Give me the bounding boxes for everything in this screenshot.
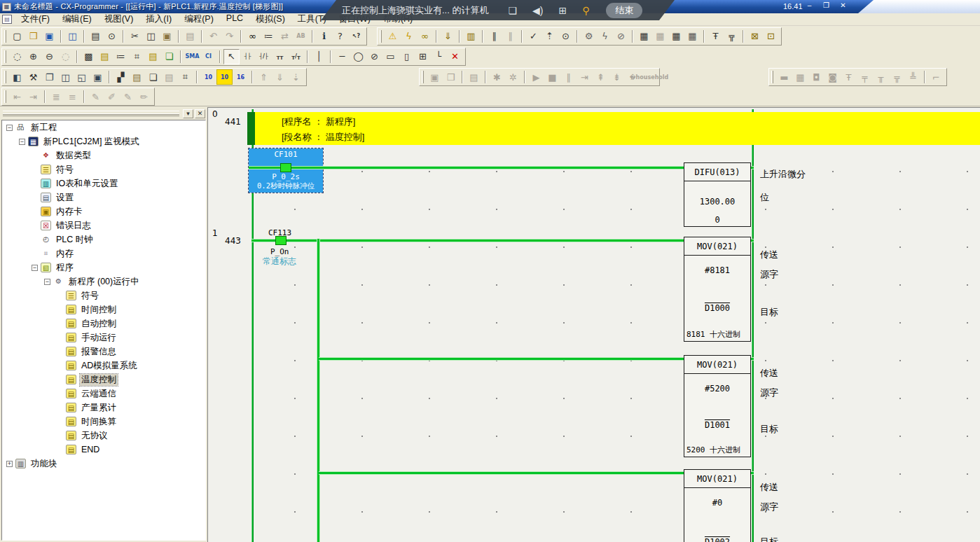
zoom-in-icon[interactable]: ⊕ xyxy=(25,49,41,64)
tree-item-io表和单元设置[interactable]: ▥IO表和单元设置 xyxy=(2,176,205,190)
contact-no-icon[interactable]: ┤├ xyxy=(240,49,256,64)
find-address-icon[interactable]: AB xyxy=(293,29,309,44)
sim-pause-icon[interactable]: ∥ xyxy=(560,69,577,85)
contact-cf101-selected[interactable]: CF101 P_0_2s 0.2秒时钟脉冲位 xyxy=(249,148,323,193)
exit-monitor-icon[interactable]: ⌐ xyxy=(928,69,944,85)
tree-item-时间控制[interactable]: ▤时间控制 xyxy=(2,303,205,317)
print-preview-icon[interactable]: ⊙ xyxy=(104,29,120,44)
transfer-program-icon[interactable]: ⇡ xyxy=(541,29,558,44)
menu-p[interactable]: 编程(P) xyxy=(178,13,220,26)
mov-instruction-box[interactable]: MOV(021) #5200 D1001 5200 十六进制 xyxy=(684,355,751,457)
revert-pen-icon[interactable]: ✐ xyxy=(104,89,120,104)
paste-icon[interactable]: ▣ xyxy=(159,29,175,44)
rung-list-icon[interactable]: ▤ xyxy=(129,69,145,85)
edit-pen-2-icon[interactable]: ✎ xyxy=(120,89,136,104)
undo-icon[interactable]: ↶ xyxy=(205,29,221,44)
io-table-transfer-icon[interactable]: ▦ xyxy=(652,29,668,44)
io-table-icon[interactable]: ▦ xyxy=(636,29,652,44)
compare-symbols-icon[interactable]: ⇣ xyxy=(288,69,304,85)
tree-item-plc-时钟[interactable]: ◴PLC 时钟 xyxy=(2,232,205,246)
tree-item-新程序-00-运行中[interactable]: −⚙新程序 (00)运行中 xyxy=(2,275,205,289)
edit-pen-icon[interactable]: ✎ xyxy=(88,89,104,104)
sim-stop-icon[interactable]: ■ xyxy=(544,69,560,85)
pause-trigger-icon[interactable]: ∥ xyxy=(502,29,518,44)
tree-item-符号[interactable]: ☰符号 xyxy=(2,162,205,176)
monitor-hex-icon[interactable]: 16 xyxy=(233,69,249,85)
close-button[interactable]: ✕ xyxy=(837,1,849,11)
toolbar-grip[interactable] xyxy=(771,71,773,83)
replace-icon[interactable]: ⇄ xyxy=(277,29,293,44)
tree-item-end[interactable]: ▤END xyxy=(2,443,205,457)
closed-coil-icon[interactable]: ⊘ xyxy=(366,49,382,64)
sim-edit-icon[interactable]: ▤ xyxy=(466,69,482,85)
online-edit-begin-icon[interactable]: ⚙ xyxy=(581,29,597,44)
tree-item-功能块[interactable]: +▥功能块 xyxy=(2,457,205,471)
collapse-icon[interactable]: − xyxy=(19,139,25,145)
pin-icon[interactable]: ⚲ xyxy=(582,5,589,16)
minimize-button[interactable]: – xyxy=(803,1,815,11)
tree-item-温度控制[interactable]: ▤温度控制 xyxy=(2,373,205,387)
tree-item-产量累计[interactable]: ▤产量累计 xyxy=(2,401,205,415)
sim-step-in-icon[interactable]: ⇞ xyxy=(593,69,609,85)
sim-run-icon[interactable]: ▶ xyxy=(528,69,544,85)
view-diagram-icon[interactable]: ❏ xyxy=(145,69,161,85)
mov-instruction-box[interactable]: MOV(021) #8181 D1000 8181 十六进制 xyxy=(684,237,751,342)
new-icon[interactable]: ▢ xyxy=(9,29,25,44)
menu-v[interactable]: 视图(V) xyxy=(98,13,140,26)
toolbar-grip[interactable] xyxy=(4,30,6,43)
window-properties-icon[interactable]: ▣ xyxy=(90,69,106,85)
tree-item-错误日志[interactable]: ☒错误日志 xyxy=(2,218,205,232)
zoom-out-icon[interactable]: ⊖ xyxy=(41,49,57,64)
grid-toggle-icon[interactable]: ▩ xyxy=(81,49,97,64)
redo-icon[interactable]: ↷ xyxy=(221,29,237,44)
mnemonic-view-icon[interactable]: SMA xyxy=(184,49,200,64)
monitor-mode-icon[interactable]: ϟ xyxy=(401,29,417,44)
function-block-icon[interactable]: ⊞ xyxy=(415,49,431,64)
transfer-to-plc-icon[interactable]: ⇓ xyxy=(440,29,456,44)
mov-instruction-box[interactable]: MOV(021) #0 D1002 xyxy=(684,469,751,542)
difu-instruction-box[interactable]: DIFU(013) 1300.00 0 xyxy=(684,162,751,227)
transfer-from-plc-icon[interactable]: ▥ xyxy=(463,29,479,44)
select-tool-icon[interactable]: ↖ xyxy=(223,49,240,64)
or-contact-no-icon[interactable]: ┰┰ xyxy=(272,49,288,64)
new-window-icon[interactable]: ⊞ xyxy=(558,5,567,16)
sim-step-out-icon[interactable]: ⇟ xyxy=(609,69,625,85)
word-monitor-2-icon[interactable]: ▦ xyxy=(792,69,808,85)
tree-item-设置[interactable]: ▤设置 xyxy=(2,190,205,204)
tree-item-内存卡[interactable]: ▣内存卡 xyxy=(2,204,205,218)
address-reference-icon[interactable]: ╦ xyxy=(724,29,740,44)
pause-hand-icon[interactable]: ✱ xyxy=(489,69,505,85)
watch-window-icon[interactable]: ▤ xyxy=(145,49,161,64)
contact-nc-icon[interactable]: ┤/├ xyxy=(256,49,272,64)
show-watch-window-icon[interactable]: ❐ xyxy=(41,69,57,85)
address-list-icon[interactable]: ≣ xyxy=(48,89,64,104)
show-values-icon[interactable]: ⌗ xyxy=(129,49,145,64)
or-contact-nc-icon[interactable]: ┰/┰ xyxy=(288,49,304,64)
zoom-tool-icon[interactable]: ◌ xyxy=(9,49,25,64)
tree-item-ad模拟量系统[interactable]: ▤AD模拟量系统 xyxy=(2,359,205,373)
paste-special-icon[interactable]: ▤ xyxy=(182,29,198,44)
online-edit-send-icon[interactable]: ϟ xyxy=(597,29,613,44)
verify-program-icon[interactable]: ⊙ xyxy=(558,29,574,44)
collapse-icon[interactable]: − xyxy=(44,279,50,285)
rung-comment-banner[interactable]: [程序名 ： 新程序] [段名称 ： 温度控制] xyxy=(255,112,980,145)
section-comment-icon[interactable]: ▤ xyxy=(97,49,113,64)
sim-step-icon[interactable]: ⇥ xyxy=(577,69,593,85)
copy-icon[interactable]: ◫ xyxy=(143,29,159,44)
auto-allocate-icon[interactable]: ≡ xyxy=(64,89,81,104)
release-password-icon[interactable]: ⊡ xyxy=(763,29,779,44)
tree-item-程序[interactable]: −▧程序 xyxy=(2,260,205,275)
tree-item-手动运行[interactable]: ▤手动运行 xyxy=(2,331,205,345)
menu-i[interactable]: 插入(I) xyxy=(139,13,178,26)
instruction-box-icon[interactable]: ▭ xyxy=(382,49,399,64)
panel-close-button[interactable]: ✕ xyxy=(195,109,205,118)
view-memory-icon[interactable]: ⌗ xyxy=(177,69,193,85)
menu-s[interactable]: 模拟(S) xyxy=(249,13,291,26)
delete-tool-icon[interactable]: ✕ xyxy=(447,49,463,64)
show-cross-ref-window-icon[interactable]: ◫ xyxy=(57,69,74,85)
ci-view-icon[interactable]: CI xyxy=(200,49,216,64)
tree-item-自动控制[interactable]: ▤自动控制 xyxy=(2,317,205,331)
horizontal-line-icon[interactable]: ─ xyxy=(334,49,350,64)
menu-e[interactable]: 编辑(E) xyxy=(56,13,98,26)
sim-run-to-end-icon[interactable]: �household xyxy=(641,69,657,85)
